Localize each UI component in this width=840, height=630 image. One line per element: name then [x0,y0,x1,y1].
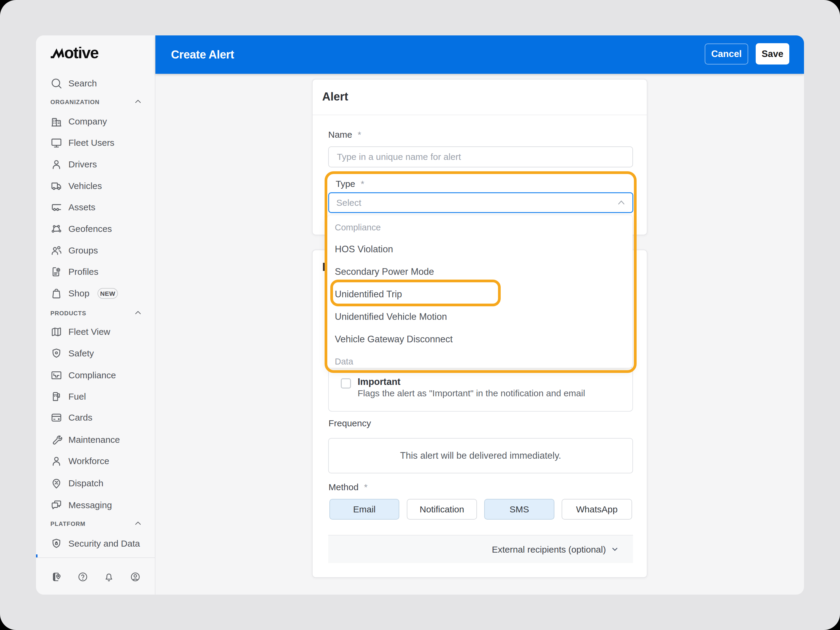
svg-text:otive: otive [64,47,98,59]
